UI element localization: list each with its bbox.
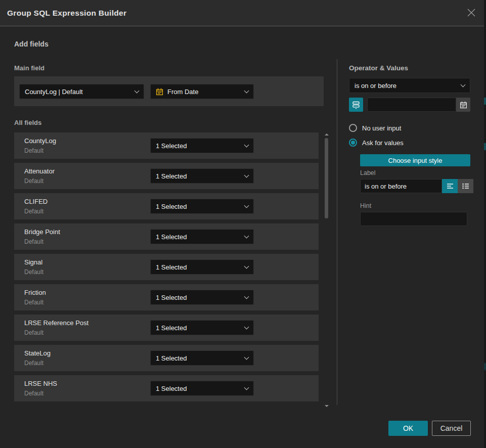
radio-ask-for-values[interactable]: Ask for values <box>349 139 404 147</box>
chevron-down-icon <box>244 294 249 299</box>
background-accent-speck <box>484 143 486 150</box>
chevron-down-icon <box>461 82 466 87</box>
ok-button[interactable]: OK <box>388 421 428 436</box>
align-left-icon <box>447 183 454 189</box>
field-name: CountyLog <box>24 137 56 145</box>
field-sublabel: Default <box>24 208 43 215</box>
fields-list-scrollbar[interactable] <box>324 132 330 409</box>
main-field-dropdown[interactable]: From Date <box>150 84 254 99</box>
label-input[interactable] <box>360 179 442 193</box>
chevron-down-icon <box>244 173 249 178</box>
field-name: LRSE NHS <box>24 380 57 387</box>
field-row-clifed: CLIFED Default 1 Selected <box>14 193 319 219</box>
all-fields-heading: All fields <box>14 119 41 126</box>
field-name: Signal <box>24 258 42 266</box>
chevron-down-icon <box>244 355 249 360</box>
cancel-button[interactable]: Cancel <box>432 421 471 436</box>
add-fields-heading: Add fields <box>14 40 49 48</box>
field-name: LRSE Reference Post <box>24 319 89 327</box>
field-selection-dropdown[interactable]: 1 Selected <box>150 320 254 335</box>
radio-label: Ask for values <box>362 139 404 147</box>
layer-dropdown-value: CountyLog | Default <box>25 88 83 96</box>
field-row-statelog: StateLog Default 1 Selected <box>14 345 319 371</box>
radio-selected-icon <box>349 139 357 147</box>
scroll-up-icon[interactable] <box>325 133 329 136</box>
hint-input[interactable] <box>360 212 467 226</box>
chevron-down-icon <box>244 203 249 208</box>
field-selection-dropdown[interactable]: 1 Selected <box>150 168 254 184</box>
field-name: Attenuator <box>24 167 55 175</box>
field-selection-dropdown[interactable]: 1 Selected <box>150 138 254 153</box>
choose-input-style-button[interactable]: Choose input style <box>360 154 470 166</box>
field-name: Friction <box>24 289 46 296</box>
field-row-lrse-reference-post: LRSE Reference Post Default 1 Selected <box>14 315 319 341</box>
field-row-bridge-point: Bridge Point Default 1 Selected <box>14 223 319 250</box>
chevron-down-icon <box>244 88 249 94</box>
operator-dropdown[interactable]: is on or before <box>349 78 470 93</box>
close-button[interactable] <box>466 8 476 18</box>
field-selection-dropdown[interactable]: 1 Selected <box>150 229 254 244</box>
background-accent-speck <box>484 98 486 105</box>
label-caption: Label <box>360 169 376 176</box>
field-row-lrse-nhs: LRSE NHS Default 1 Selected <box>14 375 319 401</box>
field-sublabel: Default <box>24 147 43 154</box>
group-sql-expression-builder-dialog: Group SQL Expression Builder Add fields … <box>0 0 486 448</box>
chevron-down-icon <box>244 264 249 269</box>
close-icon <box>467 8 476 19</box>
chevron-down-icon <box>244 234 249 239</box>
calendar-picker-button[interactable] <box>456 98 470 112</box>
field-sublabel: Default <box>24 360 43 367</box>
chevron-down-icon <box>244 325 249 330</box>
field-name: CLIFED <box>24 198 48 205</box>
selection-value: 1 Selected <box>156 142 187 150</box>
date-value-input[interactable] <box>367 98 456 112</box>
selection-value: 1 Selected <box>156 385 187 392</box>
operator-dropdown-value: is on or before <box>355 82 396 89</box>
dialog-title: Group SQL Expression Builder <box>7 0 126 26</box>
field-row-attenuator: Attenuator Default 1 Selected <box>14 163 319 189</box>
hint-caption: Hint <box>360 202 371 209</box>
radio-label: No user input <box>362 124 401 132</box>
field-selection-dropdown[interactable]: 1 Selected <box>150 381 254 396</box>
chevron-down-icon <box>244 385 249 390</box>
field-sublabel: Default <box>24 299 43 306</box>
operator-values-heading: Operator & Values <box>349 64 408 72</box>
selection-value: 1 Selected <box>156 172 187 180</box>
main-field-heading: Main field <box>14 64 45 72</box>
main-field-dropdown-value: From Date <box>167 88 198 96</box>
title-bar: Group SQL Expression Builder <box>0 0 484 26</box>
selection-value: 1 Selected <box>156 233 187 241</box>
field-selection-dropdown[interactable]: 1 Selected <box>150 350 254 366</box>
field-sublabel: Default <box>24 390 43 397</box>
selection-value: 1 Selected <box>156 324 187 332</box>
scroll-down-icon[interactable] <box>325 405 329 407</box>
unique-values-button[interactable] <box>349 98 363 112</box>
panel-divider <box>337 59 337 405</box>
selection-value: 1 Selected <box>156 354 187 362</box>
field-selection-dropdown[interactable]: 1 Selected <box>150 290 254 305</box>
list-style-button[interactable] <box>458 179 473 193</box>
unique-values-icon <box>352 101 360 109</box>
radio-circle-icon <box>349 124 357 132</box>
chevron-down-icon <box>244 143 249 148</box>
all-fields-list: CountyLog Default 1 Selected Attenuator … <box>14 132 319 406</box>
field-selection-dropdown[interactable]: 1 Selected <box>150 259 254 275</box>
field-row-signal: Signal Default 1 Selected <box>14 254 319 280</box>
radio-no-user-input[interactable]: No user input <box>349 124 401 132</box>
field-sublabel: Default <box>24 329 43 336</box>
field-name: StateLog <box>24 349 51 357</box>
field-row-countylog: CountyLog Default 1 Selected <box>14 132 319 159</box>
scrollbar-thumb[interactable] <box>325 138 328 218</box>
date-calendar-icon <box>156 88 163 96</box>
selection-value: 1 Selected <box>156 294 187 301</box>
field-sublabel: Default <box>24 238 43 245</box>
field-sublabel: Default <box>24 177 43 185</box>
single-line-style-button[interactable] <box>442 179 458 193</box>
field-selection-dropdown[interactable]: 1 Selected <box>150 199 254 214</box>
field-sublabel: Default <box>24 268 43 276</box>
selection-value: 1 Selected <box>156 263 187 271</box>
background-page-sliver <box>484 0 486 448</box>
layer-dropdown[interactable]: CountyLog | Default <box>19 84 144 99</box>
field-name: Bridge Point <box>24 228 60 236</box>
background-accent-speck <box>484 363 486 370</box>
